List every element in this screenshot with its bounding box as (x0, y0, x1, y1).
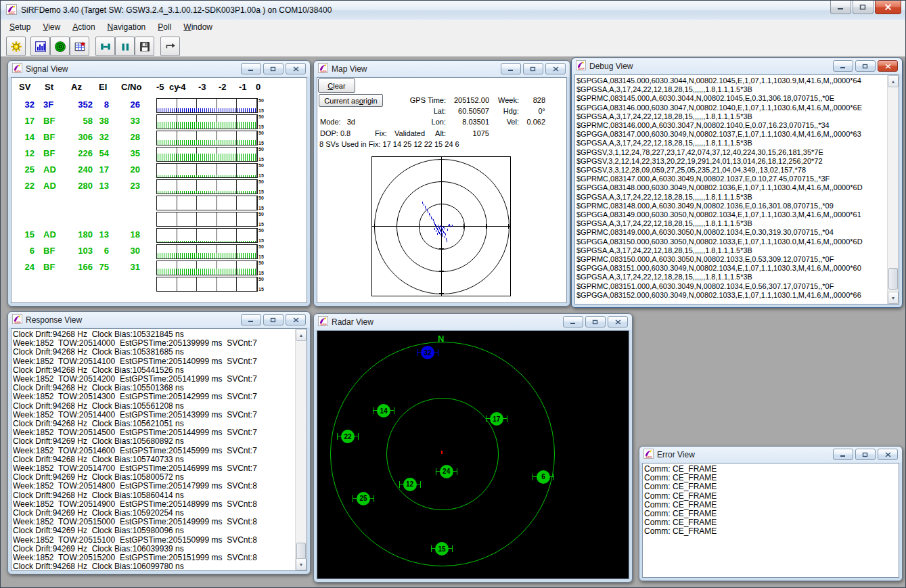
sirf-logo-icon: SiRF (6, 4, 17, 17)
window-title: Signal View (26, 64, 68, 74)
scatter-point (445, 227, 445, 229)
scatter-point (437, 233, 438, 235)
signal-cell-st: AD (43, 228, 56, 242)
menu-view[interactable]: View (37, 20, 66, 34)
cno-ticks (158, 269, 256, 275)
debug-view-restore-button[interactable] (855, 60, 876, 72)
debug-view-close-button[interactable] (878, 60, 898, 72)
bar-scale-min: 15 (258, 287, 264, 292)
close-button[interactable] (875, 1, 901, 14)
setup-icon (10, 41, 22, 53)
signal-view-button[interactable] (30, 37, 50, 56)
cno-history-bar: 5015 (156, 244, 258, 259)
save-log-button[interactable] (135, 37, 154, 56)
svg-text:SiRF: SiRF (645, 455, 652, 458)
error-log: Comm: CE_FRAMEComm: CE_FRAMEComm: CE_FRA… (644, 465, 897, 577)
scroll-down-button[interactable]: ▼ (888, 292, 899, 304)
signal-row: 22AD28013235015 (12, 179, 307, 193)
bar-scale-max: 50 (258, 98, 264, 103)
axis-tick (439, 293, 444, 294)
response-view-close-button[interactable] (286, 314, 306, 325)
radar-view-restore-button[interactable] (585, 316, 606, 327)
bar-scale-min: 15 (258, 173, 264, 178)
debug-scrollbar[interactable]: ▲ ▼ (887, 75, 899, 304)
signal-view-close-button[interactable] (286, 63, 306, 74)
lat-label: Lat: (385, 106, 446, 116)
signal-cell-cno: 26 (114, 98, 140, 112)
radar-view-icon (54, 41, 66, 53)
error-view-minimize-button[interactable] (833, 449, 853, 460)
error-view-title-bar[interactable]: SiRF Error View (639, 447, 902, 462)
error-view-close-button[interactable] (878, 449, 898, 460)
response-scrollbar[interactable]: ▲ ▼ (295, 329, 307, 570)
signal-cell-sv: 22 (12, 179, 35, 193)
menu-action[interactable]: Action (66, 20, 101, 34)
log-line: $GPGSV,3,3,12,28,09,059,27,25,05,235,21,… (576, 166, 887, 175)
svg-text:SiRF: SiRF (578, 66, 585, 70)
bar-scale-min: 15 (258, 108, 264, 113)
response-view-restore-button[interactable] (263, 314, 284, 325)
minimize-button[interactable] (830, 1, 851, 14)
restore-button[interactable] (853, 1, 874, 14)
signal-row: 24BF16675315015 (12, 261, 307, 274)
column-header: Az (71, 82, 82, 93)
column-header: C/No (121, 82, 141, 93)
scroll-thumb[interactable] (888, 268, 898, 290)
bar-scale-max: 50 (258, 131, 264, 135)
signal-cell-sv: 12 (12, 147, 35, 160)
pause-button[interactable] (115, 37, 135, 56)
dop-value: DOP: 0.8 (320, 129, 350, 138)
debug-view-minimize-button[interactable] (833, 60, 853, 72)
error-view-restore-button[interactable] (855, 449, 876, 460)
signal-view-restore-button[interactable] (263, 63, 284, 74)
signal-cell-sv: 32 (12, 98, 35, 112)
axis-tick (439, 159, 444, 160)
debug-view-window: SiRF Debug View $GPGGA,083145.000,6030.3… (571, 58, 903, 308)
menu-setup[interactable]: Setup (3, 20, 37, 34)
current-as-origin-button[interactable]: Current as origin (319, 94, 383, 107)
signal-cell-st: BF (43, 244, 55, 258)
window-title: SiRFDemo 3.40 (Target SW: GSW3.2.4_3.1.0… (21, 5, 332, 15)
scroll-down-button[interactable]: ▼ (296, 558, 307, 570)
menu-poll[interactable]: Poll (152, 20, 177, 34)
signal-view-minimize-button[interactable] (241, 63, 261, 74)
signal-view-title-bar[interactable]: SiRF Signal View (8, 61, 310, 76)
cno-history-bar: 5015 (156, 163, 258, 178)
bar-scale-max: 50 (258, 261, 264, 265)
log-line: $GPGSA,A,3,17,24,22,12,18,28,15,,,,,,1.8… (576, 139, 887, 148)
scroll-up-button[interactable]: ▲ (296, 329, 307, 341)
menu-navigation[interactable]: Navigation (101, 20, 152, 34)
svg-text:SiRF: SiRF (14, 69, 21, 72)
bar-scale-min: 15 (258, 157, 264, 162)
cno-history-bar: 5015 (156, 196, 258, 210)
cno-history-bar: 5015 (156, 228, 258, 243)
cno-ticks (158, 122, 256, 129)
cno-history-bar: 5015 (156, 114, 258, 129)
scroll-up-button[interactable]: ▲ (888, 75, 899, 87)
radar-view-minimize-button[interactable] (563, 316, 583, 327)
debug-view-title-bar[interactable]: SiRF Debug View (572, 58, 902, 74)
sirf-logo-icon: SiRF (318, 316, 328, 328)
map-view-close-button[interactable] (545, 63, 566, 74)
clear-button[interactable]: Clear (318, 78, 355, 93)
map-view-restore-button[interactable] (523, 63, 543, 74)
connect-button[interactable] (95, 37, 115, 56)
radar-view-close-button[interactable] (608, 316, 628, 327)
window-title: Map View (332, 64, 367, 74)
menu-window[interactable]: Window (177, 20, 219, 34)
response-view-minimize-button[interactable] (241, 314, 261, 325)
lon-value: 8.03501 (449, 117, 489, 127)
radar-satellite: 12 (399, 478, 421, 491)
response-view-title-bar[interactable]: SiRF Response View (8, 312, 310, 327)
main-title-bar[interactable]: SiRF SiRFDemo 3.40 (Target SW: GSW3.2.4_… (1, 1, 905, 20)
table-view-button[interactable] (70, 37, 89, 56)
resume-button[interactable] (160, 37, 180, 56)
map-view-minimize-button[interactable] (501, 63, 521, 74)
sirf-logo-icon: SiRF (12, 63, 22, 75)
radar-view-title-bar[interactable]: SiRF Radar View (314, 314, 632, 330)
radar-plot: N 32171412252215624 (317, 330, 629, 579)
setup-button[interactable] (6, 37, 26, 56)
map-view-title-bar[interactable]: SiRF Map View (314, 61, 570, 76)
gps-time-label: GPS Time: (385, 95, 446, 105)
radar-view-button[interactable] (50, 37, 70, 56)
